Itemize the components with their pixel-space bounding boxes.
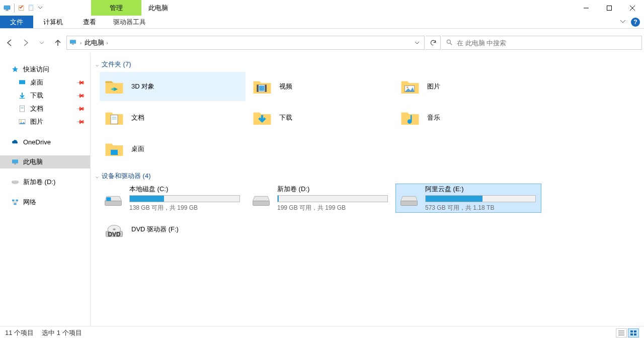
search-box[interactable] [442,36,642,50]
sidebar-label: 新加卷 (D:) [23,178,55,187]
folder-label: 桌面 [131,144,144,153]
svg-rect-51 [634,330,636,332]
minimize-button[interactable] [575,0,598,16]
folder-icon [102,137,126,161]
back-button[interactable] [2,36,17,50]
folder-pictures[interactable]: 图片 [395,72,541,101]
folder-label: 视频 [279,82,292,91]
hdd-icon [398,186,420,210]
tab-view[interactable]: 查看 [73,16,106,28]
window-controls [575,0,644,16]
svg-rect-2 [6,10,8,10]
svg-rect-16 [20,98,25,99]
address-dropdown-icon[interactable] [412,39,422,47]
folder-3d-objects[interactable]: 3D 对象 [100,72,246,101]
sidebar-quick-access[interactable]: 快速访问 [0,63,90,76]
pin-icon: 📌 [75,117,85,126]
up-button[interactable] [50,36,65,50]
folder-documents[interactable]: 文档 [100,103,246,132]
drive-dvd[interactable]: DVD DVD 驱动器 (F:) [100,215,246,244]
sidebar-item-desktop[interactable]: 桌面 📌 [0,76,90,89]
drive-capacity: 573 GB 可用，共 1.18 TB [425,204,536,212]
svg-rect-38 [111,150,118,155]
svg-rect-22 [12,159,18,163]
contextual-tab-manage[interactable]: 管理 [91,0,141,16]
section-drives[interactable]: ⌵ 设备和驱动器 (4) [95,171,640,183]
help-button[interactable]: ? [631,18,640,27]
folders-grid: 3D 对象 视频 图片 文档 下载 音乐 [95,71,640,171]
folder-desktop[interactable]: 桌面 [100,134,246,163]
folder-label: 图片 [427,82,440,91]
history-dropdown[interactable] [34,36,49,50]
folder-label: 文档 [131,113,144,122]
drive-name: 新加卷 (D:) [277,185,388,194]
sidebar-item-pictures[interactable]: 图片 📌 [0,115,90,128]
svg-point-45 [113,228,116,230]
view-details-button[interactable] [616,328,627,337]
section-label: 文件夹 (7) [102,60,131,69]
tab-drive-tools[interactable]: 驱动器工具 [103,16,156,28]
svg-rect-52 [630,333,633,335]
refresh-button[interactable] [426,36,441,50]
tab-computer[interactable]: 计算机 [33,16,73,28]
new-folder-icon[interactable] [28,4,36,12]
qat-dropdown-icon[interactable] [38,4,43,12]
close-button[interactable] [621,0,644,16]
sidebar-item-documents[interactable]: 文档 📌 [0,102,90,115]
tab-file[interactable]: 文件 [0,16,33,28]
drive-capacity: 199 GB 可用，共 199 GB [277,204,388,212]
pin-icon: 📌 [75,104,85,113]
folder-icon [102,74,126,99]
drive-e[interactable]: 阿里云盘 (E:) 573 GB 可用，共 1.18 TB [395,184,541,213]
view-tiles-button[interactable] [628,328,639,337]
chevron-right-icon[interactable]: › [80,40,82,46]
svg-rect-23 [14,163,16,164]
properties-icon[interactable] [18,4,26,12]
titlebar: 管理 此电脑 [0,0,644,16]
sidebar-label: 快速访问 [23,65,49,74]
search-input[interactable] [457,39,637,47]
drives-grid: 本地磁盘 (C:) 138 GB 可用，共 199 GB 新加卷 (D:) 19… [95,183,640,244]
ribbon-right: ? [616,16,644,28]
svg-rect-35 [111,115,118,124]
capacity-bar [425,195,536,202]
forward-button[interactable] [18,36,33,50]
pc-icon [3,4,11,12]
svg-rect-31 [265,85,267,92]
status-selected: 选中 1 个项目 [42,328,82,337]
folder-downloads[interactable]: 下载 [248,103,393,132]
svg-rect-8 [607,6,612,10]
section-folders[interactable]: ⌵ 文件夹 (7) [95,59,640,71]
svg-rect-53 [634,333,636,335]
sidebar-this-pc[interactable]: 此电脑 [0,155,90,168]
svg-point-13 [447,40,450,43]
expand-ribbon-icon[interactable] [620,18,626,26]
dvd-icon: DVD [102,217,126,241]
hdd-icon [250,186,272,210]
breadcrumb-label: 此电脑 [85,38,104,47]
maximize-button[interactable] [598,0,621,16]
svg-rect-28 [14,203,16,205]
breadcrumb-this-pc[interactable]: 此电脑 › [85,38,108,47]
address-bar[interactable]: › 此电脑 › [66,36,425,50]
chevron-right-icon[interactable]: › [106,40,108,46]
drive-capacity: 138 GB 可用，共 199 GB [129,204,240,212]
svg-point-21 [21,120,22,122]
qat-separator [14,4,15,13]
content-pane: ⌵ 文件夹 (7) 3D 对象 视频 图片 文档 下载 [91,53,644,326]
folder-music[interactable]: 音乐 [395,103,541,132]
sidebar-onedrive[interactable]: OneDrive [0,135,90,148]
sidebar-item-downloads[interactable]: 下载 📌 [0,89,90,102]
capacity-bar [129,195,240,202]
svg-line-14 [450,43,452,45]
ribbon-tabs: 文件 计算机 查看 驱动器工具 ? [0,16,644,29]
view-toggle [616,328,639,337]
folder-videos[interactable]: 视频 [248,72,393,101]
sidebar-item-label: 文档 [30,104,43,113]
drive-c[interactable]: 本地磁盘 (C:) 138 GB 可用，共 199 GB [100,184,246,213]
address-pc-icon [69,38,77,48]
drive-d[interactable]: 新加卷 (D:) 199 GB 可用，共 199 GB [248,184,393,213]
window-title: 此电脑 [141,0,175,16]
sidebar-new-volume-d[interactable]: 新加卷 (D:) [0,176,90,189]
sidebar-network[interactable]: 网络 [0,196,90,209]
